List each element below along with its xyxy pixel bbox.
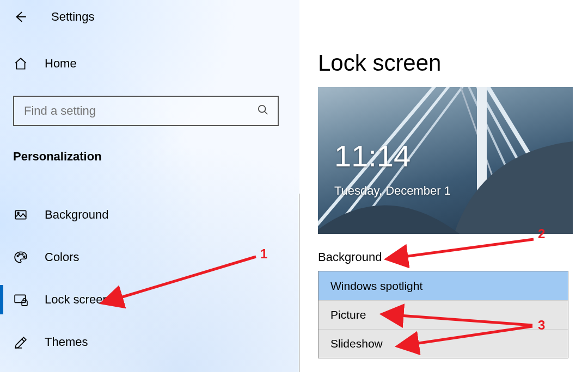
- svg-point-6: [23, 256, 25, 258]
- back-button[interactable]: [13, 10, 27, 26]
- preview-date: Tuesday, December 1: [334, 184, 451, 198]
- svg-point-0: [259, 106, 266, 113]
- svg-point-5: [22, 253, 23, 255]
- sidebar-item-lock-screen[interactable]: Lock screen: [0, 278, 299, 321]
- dropdown-option-slideshow[interactable]: Slideshow: [318, 329, 568, 358]
- picture-icon: [13, 208, 28, 222]
- app-title: Settings: [51, 10, 95, 24]
- lockscreen-preview: 11:14 Tuesday, December 1: [318, 87, 573, 234]
- svg-point-4: [19, 253, 21, 255]
- search-input[interactable]: [23, 103, 257, 119]
- search-box[interactable]: [13, 96, 279, 126]
- sidebar-item-label: Themes: [45, 335, 88, 349]
- dropdown-option-picture[interactable]: Picture: [318, 300, 568, 329]
- sidebar-item-background[interactable]: Background: [0, 194, 299, 236]
- sidebar-nav: Background Colors Lock screen Themes: [0, 194, 299, 363]
- lockscreen-icon: [13, 293, 28, 307]
- dropdown-option-label: Slideshow: [330, 337, 383, 350]
- sidebar-home-label: Home: [45, 57, 77, 71]
- sidebar-item-colors[interactable]: Colors: [0, 236, 299, 278]
- dropdown-option-label: Windows spotlight: [330, 280, 422, 293]
- sidebar-home[interactable]: Home: [13, 57, 77, 71]
- pane-divider: [299, 194, 299, 372]
- pencil-icon: [13, 335, 28, 349]
- page-title: Lock screen: [318, 50, 441, 76]
- background-label: Background: [318, 250, 382, 264]
- dropdown-option-label: Picture: [330, 308, 366, 321]
- sidebar: Settings Home Personalization Background…: [0, 0, 299, 372]
- dropdown-option-spotlight[interactable]: Windows spotlight: [318, 271, 568, 300]
- main: Lock screen 11:14 Tuesday, December 1 Ba…: [318, 0, 588, 372]
- svg-point-2: [17, 212, 19, 214]
- sidebar-category: Personalization: [13, 150, 102, 164]
- sidebar-item-label: Background: [45, 208, 108, 222]
- palette-icon: [13, 250, 28, 264]
- sidebar-item-label: Lock screen: [45, 293, 109, 307]
- sidebar-item-label: Colors: [45, 250, 79, 264]
- preview-time: 11:14: [334, 138, 411, 173]
- svg-rect-8: [22, 301, 27, 306]
- background-dropdown[interactable]: Windows spotlight Picture Slideshow: [318, 271, 568, 358]
- search-icon: [257, 104, 269, 118]
- home-icon: [13, 57, 28, 71]
- sidebar-item-themes[interactable]: Themes: [0, 321, 299, 363]
- svg-point-3: [17, 256, 19, 257]
